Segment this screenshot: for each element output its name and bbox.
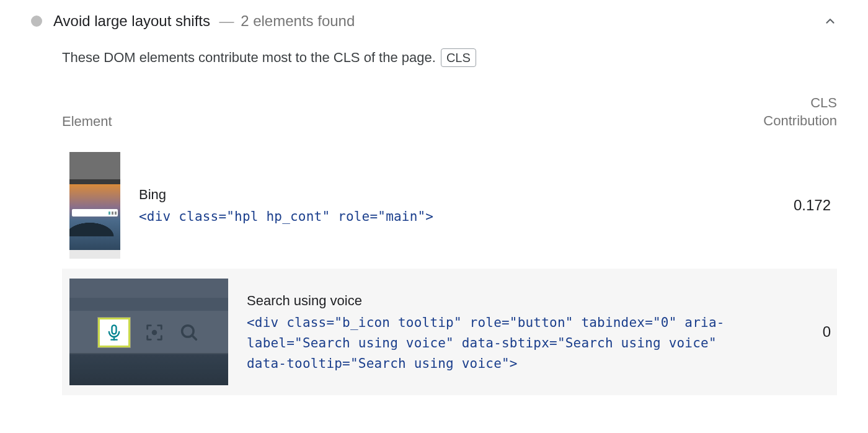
audit-subtitle: — 2 elements found xyxy=(216,12,355,29)
element-thumbnail xyxy=(69,279,228,385)
search-icon xyxy=(179,322,200,343)
table-header: Element CLS Contribution xyxy=(62,89,837,142)
svg-rect-0 xyxy=(112,326,117,334)
audit-subtitle-text: 2 elements found xyxy=(241,12,355,29)
element-snippet: <div class="b_icon tooltip" role="button… xyxy=(247,313,750,373)
element-details: Bing <div class="hpl hp_cont" role="main… xyxy=(139,184,750,227)
table-row[interactable]: Bing <div class="hpl hp_cont" role="main… xyxy=(62,142,837,269)
element-label: Bing xyxy=(139,184,750,205)
dash-separator: — xyxy=(219,12,234,29)
audit-header[interactable]: Avoid large layout shifts — 2 elements f… xyxy=(31,6,837,41)
svg-line-5 xyxy=(192,336,197,340)
svg-point-3 xyxy=(152,330,157,336)
cls-elements-table: Element CLS Contribution Bing <div class… xyxy=(62,89,837,395)
element-label: Search using voice xyxy=(247,290,750,311)
table-row[interactable]: Search using voice <div class="b_icon to… xyxy=(62,269,837,395)
element-snippet: <div class="hpl hp_cont" role="main"> xyxy=(139,207,750,227)
element-thumbnail xyxy=(69,152,120,259)
status-dot-icon xyxy=(31,16,42,27)
microphone-icon xyxy=(98,318,130,347)
column-header-contribution: CLS Contribution xyxy=(725,94,837,130)
metric-tag[interactable]: CLS xyxy=(441,48,476,67)
audit-description: These DOM elements contribute most to th… xyxy=(31,41,837,89)
cls-value: 0.172 xyxy=(769,197,831,214)
audit-description-text: These DOM elements contribute most to th… xyxy=(62,50,436,66)
cls-value: 0 xyxy=(769,323,831,341)
column-header-element: Element xyxy=(62,114,725,130)
element-details: Search using voice <div class="b_icon to… xyxy=(247,290,750,373)
camera-search-icon xyxy=(144,322,165,343)
chevron-up-icon[interactable] xyxy=(823,14,837,28)
audit-title: Avoid large layout shifts xyxy=(53,12,210,29)
audit-item: Avoid large layout shifts — 2 elements f… xyxy=(0,0,868,395)
audit-title-wrap: Avoid large layout shifts — 2 elements f… xyxy=(53,12,355,30)
